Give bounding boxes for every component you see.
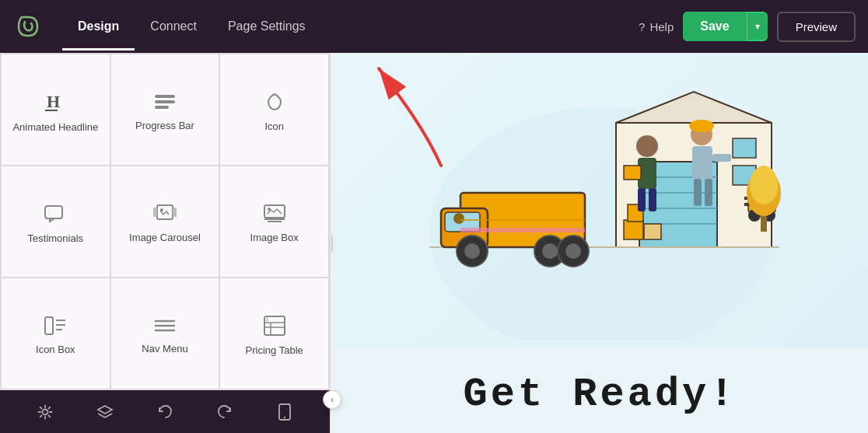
nav-tabs: Design Connect Page Settings: [62, 13, 639, 40]
settings-icon[interactable]: [31, 398, 59, 426]
svg-point-74: [750, 166, 778, 204]
pricing-table-icon: $: [263, 315, 286, 337]
svg-point-55: [636, 135, 658, 157]
icon-widget-icon: [264, 91, 285, 113]
svg-text:H: H: [47, 92, 60, 111]
widget-icon-box[interactable]: Icon Box: [2, 278, 110, 389]
svg-point-26: [43, 409, 48, 414]
svg-point-11: [268, 208, 271, 211]
svg-rect-7: [153, 208, 157, 217]
save-button-group: Save ▾: [683, 12, 767, 41]
save-dropdown-button[interactable]: ▾: [747, 13, 768, 40]
svg-rect-8: [173, 208, 177, 217]
svg-rect-66: [705, 179, 712, 206]
widget-label-image-carousel: Image Carousel: [129, 232, 201, 243]
widget-animated-headline[interactable]: H Animated Headline: [2, 54, 110, 165]
widget-label-testimonials: Testimonials: [28, 232, 84, 244]
svg-rect-4: [155, 106, 169, 109]
bottom-toolbar: [0, 390, 330, 433]
help-circle-icon: ?: [639, 20, 645, 33]
widget-label-image-box: Image Box: [250, 232, 299, 243]
preview-button[interactable]: Preview: [777, 12, 856, 42]
svg-point-47: [464, 243, 480, 259]
undo-icon[interactable]: [151, 398, 179, 426]
widget-label-icon: Icon: [264, 120, 284, 132]
hero-illustration: [332, 53, 868, 348]
widget-pricing-table[interactable]: $ Pricing Table: [220, 278, 328, 389]
layers-icon[interactable]: [91, 398, 119, 426]
svg-point-62: [689, 120, 714, 132]
image-carousel-icon: [152, 204, 177, 224]
svg-rect-75: [460, 228, 585, 232]
get-ready-text: Get Ready!: [463, 372, 737, 417]
nav-tab-connect[interactable]: Connect: [135, 13, 212, 40]
svg-marker-32: [616, 92, 772, 123]
svg-rect-3: [155, 100, 175, 103]
canvas-area: Get Ready!: [332, 53, 868, 433]
svg-rect-14: [45, 317, 53, 334]
logo: [12, 11, 44, 42]
mobile-view-icon[interactable]: [271, 398, 299, 426]
save-button[interactable]: Save: [683, 12, 746, 41]
svg-rect-65: [694, 179, 702, 206]
help-button[interactable]: ? Help: [639, 20, 674, 33]
svg-rect-2: [155, 95, 175, 98]
main-content: H Animated Headline Progress Bar: [0, 53, 868, 433]
svg-rect-52: [624, 220, 643, 239]
widget-label-animated-headline: Animated Headline: [12, 121, 98, 133]
svg-rect-63: [692, 146, 712, 179]
left-panel: H Animated Headline Progress Bar: [0, 53, 331, 433]
svg-rect-54: [644, 224, 661, 239]
widget-nav-menu[interactable]: Nav Menu: [111, 278, 219, 389]
widget-image-carousel[interactable]: Image Carousel: [111, 166, 219, 277]
testimonials-icon: [44, 203, 67, 225]
nav-tab-page-settings[interactable]: Page Settings: [212, 13, 321, 40]
progress-bar-icon: [153, 92, 177, 112]
svg-text:$: $: [266, 317, 268, 322]
svg-point-49: [542, 243, 558, 259]
widget-label-pricing-table: Pricing Table: [246, 344, 303, 356]
svg-rect-59: [638, 188, 646, 211]
widgets-grid: H Animated Headline Progress Bar: [0, 53, 330, 390]
svg-point-9: [160, 208, 163, 211]
svg-rect-58: [624, 166, 641, 180]
nav-right-actions: ? Help Save ▾ Preview: [639, 12, 856, 42]
widget-label-progress-bar: Progress Bar: [135, 120, 194, 131]
image-box-icon: [263, 204, 286, 224]
top-navigation: Design Connect Page Settings ? Help Save…: [0, 0, 868, 53]
svg-rect-38: [733, 138, 756, 158]
svg-rect-5: [45, 206, 62, 218]
widget-label-nav-menu: Nav Menu: [142, 343, 187, 354]
widget-icon[interactable]: Icon: [220, 54, 328, 165]
animated-headline-icon: H: [44, 90, 67, 113]
icon-box-icon: [44, 316, 67, 336]
redo-icon[interactable]: [211, 398, 239, 426]
svg-rect-60: [649, 188, 656, 211]
widget-label-icon-box: Icon Box: [36, 344, 75, 355]
nav-tab-design[interactable]: Design: [62, 13, 135, 40]
panel-collapse-button[interactable]: ‹: [331, 234, 333, 253]
svg-point-28: [283, 416, 285, 417]
svg-point-51: [565, 243, 581, 259]
widget-testimonials[interactable]: Testimonials: [2, 166, 110, 277]
svg-point-44: [453, 213, 464, 224]
widget-image-box[interactable]: Image Box: [220, 166, 328, 277]
widget-progress-bar[interactable]: Progress Bar: [111, 54, 219, 165]
svg-rect-64: [712, 154, 731, 162]
nav-menu-icon: [153, 316, 177, 335]
